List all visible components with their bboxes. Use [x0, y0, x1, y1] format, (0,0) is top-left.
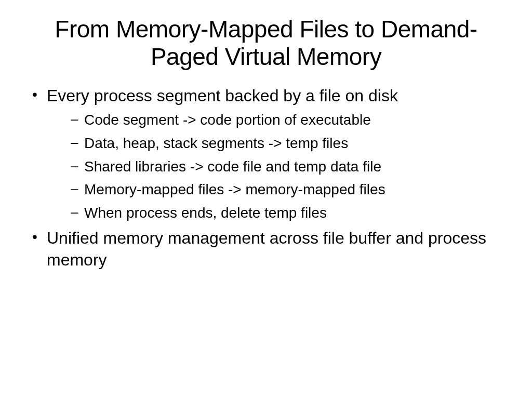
sub-item: Data, heap, stack segments -> temp files [47, 133, 506, 154]
bullet-text: Every process segment backed by a file o… [47, 86, 398, 105]
slide-title: From Memory-Mapped Files to Demand-Paged… [26, 16, 506, 71]
sub-list: Code segment -> code portion of executab… [47, 110, 506, 223]
content-list: Every process segment backed by a file o… [26, 85, 506, 271]
sub-item: Memory-mapped files -> memory-mapped fil… [47, 179, 506, 201]
bullet-item: Unified memory management across file bu… [26, 228, 506, 271]
bullet-item: Every process segment backed by a file o… [26, 85, 506, 224]
bullet-text: Unified memory management across file bu… [47, 229, 486, 269]
sub-item: Code segment -> code portion of executab… [47, 110, 506, 131]
sub-item: Shared libraries -> code file and temp d… [47, 156, 506, 178]
sub-item: When process ends, delete temp files [47, 203, 506, 224]
